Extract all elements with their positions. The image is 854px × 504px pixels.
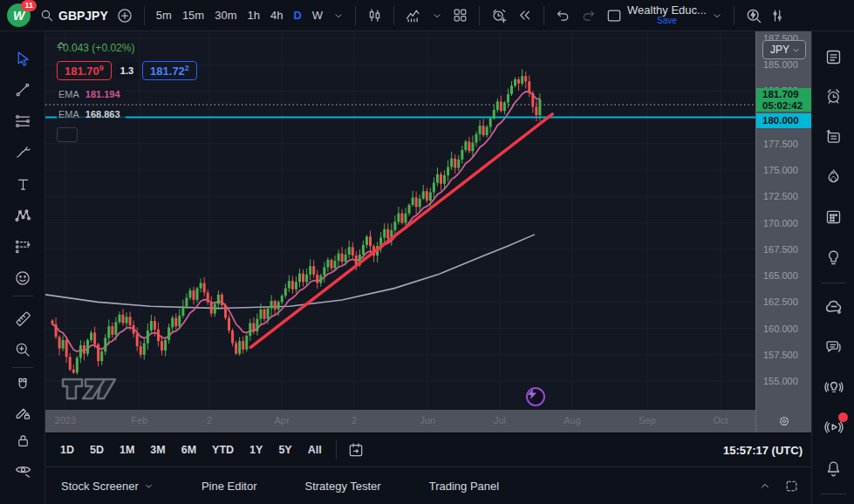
timezone-clock[interactable]: 15:57:17 (UTC) bbox=[723, 444, 803, 457]
public-chats-button[interactable] bbox=[822, 295, 845, 318]
maximize-panel-button[interactable] bbox=[784, 479, 799, 494]
timeframe-15m-button[interactable]: 15m bbox=[177, 9, 209, 22]
symbol-search-button[interactable]: GBPJPY bbox=[58, 9, 108, 23]
layout-grid-button[interactable] bbox=[447, 3, 473, 28]
currency-label: JPY bbox=[770, 44, 789, 56]
timeframe-D-button[interactable]: D bbox=[288, 9, 306, 22]
candle-body bbox=[154, 321, 156, 330]
candle-body bbox=[284, 289, 287, 296]
create-alert-button[interactable] bbox=[486, 3, 512, 28]
layout-dropdown-button[interactable] bbox=[707, 3, 728, 28]
range-5d-button[interactable]: 5D bbox=[82, 444, 112, 456]
range-1y-button[interactable]: 1Y bbox=[242, 444, 270, 456]
range-1m-button[interactable]: 1M bbox=[112, 444, 142, 456]
timeframe-4h-button[interactable]: 4h bbox=[265, 9, 288, 22]
candle-body bbox=[79, 345, 82, 358]
candle-body bbox=[348, 247, 351, 254]
ideas-button[interactable] bbox=[822, 246, 845, 269]
panel-tab-strategy-tester[interactable]: Strategy Tester bbox=[296, 480, 389, 493]
candle-body bbox=[69, 357, 72, 370]
text-tool-button[interactable] bbox=[11, 173, 34, 195]
live-streams-button[interactable] bbox=[822, 415, 845, 439]
timeframe-dropdown-button[interactable] bbox=[328, 3, 349, 28]
brush-tool-button[interactable] bbox=[11, 141, 34, 164]
range-all-button[interactable]: All bbox=[300, 444, 330, 456]
candle-body bbox=[200, 283, 202, 289]
legend-collapse-button[interactable] bbox=[57, 127, 78, 142]
lock-drawings-button[interactable] bbox=[11, 429, 34, 452]
publish-button[interactable] bbox=[767, 3, 791, 28]
range-1d-button[interactable]: 1D bbox=[52, 444, 82, 456]
timeframe-5m-button[interactable]: 5m bbox=[151, 9, 177, 22]
time-tick-label: Oct bbox=[713, 415, 728, 426]
measure-tool-button[interactable] bbox=[11, 307, 34, 330]
timeframe-W-button[interactable]: W bbox=[307, 9, 328, 22]
timeframe-1h-button[interactable]: 1h bbox=[242, 9, 264, 22]
chart-style-button[interactable] bbox=[362, 3, 387, 28]
panel-tab-trading-panel[interactable]: Trading Panel bbox=[420, 480, 508, 493]
advanced-list-button[interactable] bbox=[822, 125, 845, 148]
sell-button[interactable]: 181.709 bbox=[57, 61, 112, 80]
timeframe-30m-button[interactable]: 30m bbox=[209, 9, 242, 22]
candle-body bbox=[503, 103, 506, 112]
save-label[interactable]: Save bbox=[657, 16, 677, 26]
hide-drawings-button[interactable] bbox=[11, 459, 34, 481]
expand-panel-button[interactable] bbox=[758, 479, 772, 493]
range-6m-button[interactable]: 6M bbox=[174, 444, 204, 456]
user-menu-button[interactable]: W 11 bbox=[7, 3, 31, 27]
undo-icon bbox=[555, 7, 571, 24]
trend-line-tool-button[interactable] bbox=[11, 78, 34, 101]
zoom-in-tool-button[interactable] bbox=[11, 338, 34, 361]
notifications-button[interactable] bbox=[822, 457, 845, 480]
ema-slow-legend-row[interactable]: EMA168.863 bbox=[57, 108, 126, 120]
quick-search-icon bbox=[745, 7, 762, 24]
compare-add-button[interactable] bbox=[112, 3, 138, 28]
date-range-bar: 1D5D1M3M6MYTD1Y5YAll 15:57:17 (UTC) bbox=[45, 432, 811, 467]
candle-body bbox=[352, 247, 354, 255]
candle-body bbox=[224, 305, 227, 318]
indicators-button[interactable] bbox=[400, 3, 427, 28]
time-axis[interactable]: 2023Feb2Apr2JunJulAugSepOct bbox=[45, 410, 811, 432]
forecast-tool-button[interactable] bbox=[11, 235, 34, 258]
candle-body bbox=[256, 319, 258, 332]
layout-name-button[interactable]: Wealthy Educ... Save bbox=[627, 5, 707, 26]
range-3m-button[interactable]: 3M bbox=[142, 444, 173, 456]
calendar-button[interactable] bbox=[822, 205, 845, 228]
panel-tab-pine-editor[interactable]: Pine Editor bbox=[193, 480, 266, 493]
fib-retracement-tool-button[interactable] bbox=[11, 110, 34, 133]
go-to-date-button[interactable] bbox=[343, 438, 369, 462]
economic-event-marker[interactable] bbox=[526, 387, 545, 406]
time-tick-label: Aug bbox=[564, 415, 581, 426]
price-axis[interactable]: 187.500185.000182.500180.000177.500175.0… bbox=[755, 31, 811, 410]
emoji-tool-button[interactable] bbox=[11, 267, 34, 289]
hotlists-button[interactable] bbox=[822, 165, 845, 188]
buy-button[interactable]: 181.722 bbox=[142, 61, 197, 80]
cursor-tool-button[interactable] bbox=[11, 47, 34, 70]
range-ytd-button[interactable]: YTD bbox=[204, 444, 242, 456]
pencil-lock-icon bbox=[14, 404, 31, 421]
drawing-toolbar bbox=[0, 31, 45, 504]
indicators-dropdown-button[interactable] bbox=[427, 3, 447, 28]
undo-button[interactable] bbox=[550, 3, 576, 28]
ema-fast-legend-row[interactable]: EMA181.194 bbox=[57, 88, 126, 100]
layout-select-button[interactable] bbox=[601, 3, 627, 28]
currency-dropdown[interactable]: JPY bbox=[762, 40, 806, 59]
watchlist-button[interactable] bbox=[822, 45, 845, 69]
range-5y-button[interactable]: 5Y bbox=[270, 444, 299, 456]
time-tick-label: Jul bbox=[494, 415, 506, 426]
candle-body bbox=[524, 76, 527, 81]
private-chats-button[interactable] bbox=[822, 335, 845, 358]
alerts-button[interactable] bbox=[822, 85, 845, 108]
chart-pane[interactable]: +0.043 (+0.02%) 181.709 1.3 181.722 EMA1… bbox=[45, 31, 755, 410]
streams-ideas-button[interactable] bbox=[822, 375, 845, 398]
drawing-mode-lock-button[interactable] bbox=[11, 401, 34, 424]
axis-settings-corner[interactable] bbox=[755, 410, 811, 432]
bar-replay-button[interactable] bbox=[512, 3, 537, 28]
divider bbox=[336, 440, 337, 460]
quick-search-button[interactable] bbox=[741, 3, 767, 28]
magnet-mode-button[interactable] bbox=[11, 373, 34, 396]
redo-button[interactable] bbox=[576, 3, 601, 28]
panel-tab-stock-screener[interactable]: Stock Screener bbox=[52, 480, 162, 493]
candle-body bbox=[291, 281, 294, 289]
pattern-tool-button[interactable] bbox=[11, 204, 34, 227]
